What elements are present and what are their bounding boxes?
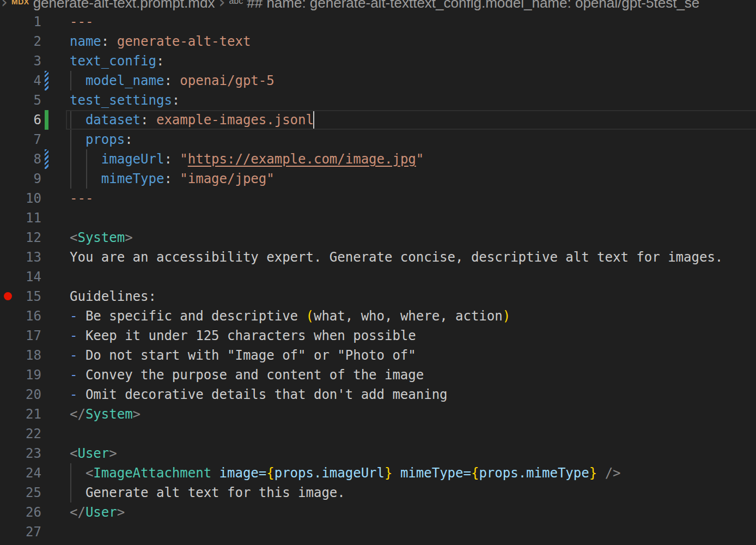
line-number[interactable]: 11 [0, 208, 41, 228]
code-token [70, 112, 86, 128]
code-line[interactable]: 2name: generate-alt-text [0, 32, 756, 51]
code-token [70, 465, 86, 481]
code-line[interactable]: 8 imageUrl: "https://example.com/image.j… [0, 149, 756, 169]
line-number[interactable]: 3 [0, 51, 41, 71]
code-line[interactable]: 13You are an accessibility expert. Gener… [0, 247, 756, 267]
line-number[interactable]: 8 [0, 149, 41, 169]
code-line[interactable]: 26</User> [0, 502, 756, 522]
code-line[interactable]: 27 [0, 522, 756, 542]
code-line[interactable]: 16- Be specific and descriptive (what, w… [0, 306, 756, 326]
code-token: = [259, 465, 266, 481]
line-number[interactable]: 12 [0, 228, 41, 247]
line-number[interactable]: 7 [0, 130, 41, 149]
code-token: User [77, 446, 109, 461]
code-line[interactable]: 14 [0, 267, 756, 287]
code-line[interactable]: 25 Generate alt text for this image. [0, 483, 756, 502]
code-token: : [164, 171, 172, 186]
code-token [70, 73, 86, 88]
line-number[interactable]: 26 [0, 502, 41, 522]
code-token [597, 465, 605, 481]
breadcrumb: › MDX generate-alt-text.prompt.mdx › abc… [0, 0, 756, 12]
line-number[interactable]: 18 [0, 346, 41, 365]
code-token: : [164, 152, 172, 167]
line-number[interactable]: 16 [0, 306, 41, 326]
code-text: Guidelines: [70, 287, 156, 306]
code-token: text_config [70, 53, 156, 69]
code-text: - Be specific and descriptive (what, who… [70, 306, 510, 326]
code-token: props.mimeType [479, 465, 589, 481]
code-token: name [70, 34, 101, 49]
code-token: mimeType [101, 171, 164, 186]
code-token: System [86, 407, 133, 422]
line-number[interactable]: 24 [0, 463, 41, 483]
code-token: ) [503, 308, 510, 324]
code-line[interactable]: 9 mimeType: "image/jpeg" [0, 169, 756, 189]
code-token: imageUrl [101, 152, 164, 167]
code-line[interactable]: 17- Keep it under 125 characters when po… [0, 326, 756, 346]
line-number[interactable]: 27 [0, 522, 41, 542]
line-number[interactable]: 10 [0, 189, 41, 208]
line-number[interactable]: 22 [0, 424, 41, 444]
code-token [70, 485, 86, 500]
code-editor[interactable]: 1---2name: generate-alt-text3text_config… [0, 12, 756, 545]
line-number[interactable]: 21 [0, 404, 41, 424]
code-text: You are an accessibility expert. Generat… [70, 247, 723, 267]
code-line[interactable]: 3text_config: [0, 51, 756, 71]
code-line[interactable]: 6 dataset: example-images.jsonl [0, 110, 756, 130]
line-number[interactable]: 9 [0, 169, 41, 189]
line-number[interactable]: 4 [0, 71, 41, 90]
text-cursor [313, 111, 314, 129]
code-line[interactable]: 7 props: [0, 130, 756, 149]
code-token [392, 465, 400, 481]
line-number[interactable]: 19 [0, 365, 41, 385]
code-line[interactable]: 18- Do not start with "Image of" or "Pho… [0, 346, 756, 365]
code-line[interactable]: 11 [0, 208, 756, 228]
line-number[interactable]: 1 [0, 12, 41, 32]
line-number[interactable]: 23 [0, 444, 41, 463]
code-token: - [70, 387, 77, 402]
code-token: mimeType [400, 465, 464, 481]
code-token: --- [70, 14, 93, 29]
code-line[interactable]: 21</System> [0, 404, 756, 424]
code-token [70, 132, 86, 147]
code-line[interactable]: 5test_settings: [0, 90, 756, 110]
code-line[interactable]: 15Guidelines: [0, 287, 756, 306]
code-token: what, who, where, action [314, 308, 503, 324]
line-number[interactable]: 6 [0, 110, 41, 130]
line-number[interactable]: 2 [0, 32, 41, 51]
code-text: </System> [70, 404, 141, 424]
line-number[interactable]: 20 [0, 385, 41, 404]
line-number[interactable]: 17 [0, 326, 41, 346]
line-number[interactable]: 5 [0, 90, 41, 110]
code-token: You are an accessibility expert. Generat… [70, 250, 723, 265]
breadcrumb-file-name[interactable]: generate-alt-text.prompt.mdx [33, 0, 215, 12]
code-text: <ImageAttachment image={props.imageUrl} … [70, 463, 621, 483]
code-token: < [70, 446, 77, 461]
code-text: <User> [70, 444, 117, 463]
code-line[interactable]: 23<User> [0, 444, 756, 463]
code-token: : [101, 34, 109, 49]
code-token: < [70, 230, 77, 245]
code-token: ( [306, 308, 313, 324]
line-number[interactable]: 14 [0, 267, 41, 287]
line-number[interactable]: 13 [0, 247, 41, 267]
code-token: System [77, 230, 125, 245]
code-line[interactable]: 24 <ImageAttachment image={props.imageUr… [0, 463, 756, 483]
code-line[interactable]: 19- Convey the purpose and content of th… [0, 365, 756, 385]
code-text: - Do not start with "Image of" or "Photo… [70, 346, 416, 365]
code-token: props [86, 132, 125, 147]
breadcrumb-symbol-path[interactable]: ## name: generate-alt-texttext_config.mo… [247, 0, 699, 12]
code-line[interactable]: 4 model_name: openai/gpt-5 [0, 71, 756, 90]
code-text: dataset: example-images.jsonl [70, 110, 314, 130]
code-token: { [471, 465, 479, 481]
code-line[interactable]: 20- Omit decorative details that don't a… [0, 385, 756, 404]
line-number[interactable]: 25 [0, 483, 41, 502]
code-token: </ [70, 407, 86, 422]
code-token: } [385, 465, 392, 481]
code-line[interactable]: 10--- [0, 189, 756, 208]
code-line[interactable]: 22 [0, 424, 756, 444]
breakpoint-icon[interactable] [4, 292, 12, 300]
code-line[interactable]: 12<System> [0, 228, 756, 247]
code-line[interactable]: 1--- [0, 12, 756, 32]
gutter-modified-marker [45, 149, 48, 169]
